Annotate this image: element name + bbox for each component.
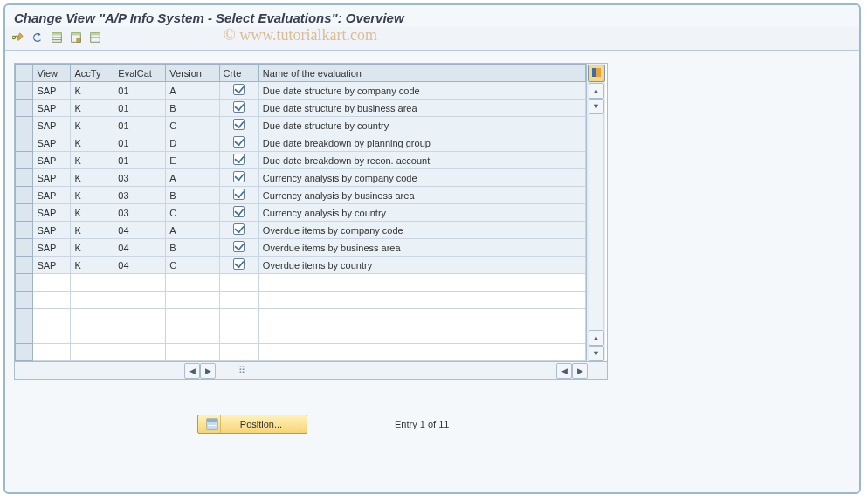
table-row[interactable]: SAP K 01 E Due date breakdown by recon. … (16, 152, 586, 169)
cell-version[interactable]: A (166, 169, 219, 187)
cell-evalcat[interactable]: 01 (114, 134, 166, 152)
checkbox-checked-icon[interactable] (233, 136, 245, 148)
cell-name[interactable]: Due date structure by business area (258, 100, 585, 117)
cell-evalcat[interactable]: 04 (114, 239, 166, 257)
cell-accty[interactable]: K (71, 82, 114, 100)
row-select-cell[interactable] (16, 326, 33, 344)
row-select-cell[interactable] (16, 274, 33, 292)
cell-name[interactable]: Overdue items by business area (258, 239, 585, 257)
col-name[interactable]: Name of the evaluation (258, 65, 585, 82)
cell-crte[interactable] (219, 239, 258, 257)
cell-evalcat[interactable]: 03 (114, 204, 166, 222)
table-row[interactable]: SAP K 04 A Overdue items by company code (16, 222, 586, 239)
cell-version[interactable]: C (166, 257, 219, 274)
row-select-cell[interactable] (16, 222, 33, 239)
cell-crte[interactable] (219, 169, 258, 187)
cell-version[interactable]: C (166, 117, 219, 134)
col-view[interactable]: View (33, 65, 71, 82)
scroll-left-button[interactable]: ◀ (184, 363, 200, 379)
cell-version[interactable]: B (166, 187, 219, 204)
cell-crte[interactable] (219, 204, 258, 222)
cell-crte[interactable] (219, 257, 258, 274)
cell-crte[interactable] (219, 134, 258, 152)
cell-version[interactable]: B (166, 239, 219, 257)
cell-view[interactable]: SAP (33, 222, 71, 239)
cell-accty[interactable]: K (71, 152, 114, 169)
row-select-cell[interactable] (16, 82, 33, 100)
table-row[interactable]: SAP K 03 B Currency analysis by business… (16, 187, 586, 204)
checkbox-checked-icon[interactable] (233, 189, 245, 200)
table-row[interactable]: SAP K 01 D Due date breakdown by plannin… (16, 134, 586, 152)
cell-crte[interactable] (219, 117, 258, 134)
cell-view[interactable]: SAP (33, 82, 71, 100)
scroll-up-button[interactable]: ▲ (589, 83, 604, 99)
edit-button[interactable] (10, 31, 26, 46)
table-row[interactable]: SAP K 04 B Overdue items by business are… (16, 239, 586, 257)
cell-name[interactable]: Overdue items by country (258, 257, 585, 274)
col-crte[interactable]: Crte (219, 65, 258, 82)
cell-crte[interactable] (219, 187, 258, 204)
cell-evalcat[interactable]: 01 (114, 100, 166, 117)
cell-version[interactable]: A (166, 222, 219, 239)
table-row[interactable]: SAP K 01 A Due date structure by company… (16, 82, 586, 100)
row-select-cell[interactable] (16, 239, 33, 257)
cell-version[interactable]: C (166, 204, 219, 222)
scroll-up-step-button[interactable]: ▲ (589, 330, 604, 346)
cell-view[interactable]: SAP (33, 169, 71, 187)
cell-accty[interactable]: K (71, 134, 114, 152)
cell-evalcat[interactable]: 01 (114, 152, 166, 169)
cell-view[interactable]: SAP (33, 257, 71, 274)
cell-evalcat[interactable]: 03 (114, 169, 166, 187)
cell-evalcat[interactable]: 01 (114, 82, 166, 100)
save-button[interactable] (68, 31, 84, 46)
cell-name[interactable]: Currency analysis by business area (258, 187, 585, 204)
cell-name[interactable]: Due date structure by country (258, 117, 585, 134)
cell-crte[interactable] (219, 100, 258, 117)
checkbox-checked-icon[interactable] (233, 223, 245, 235)
table-row[interactable]: SAP K 03 C Currency analysis by country (16, 204, 586, 222)
checkbox-checked-icon[interactable] (233, 206, 245, 217)
cell-view[interactable]: SAP (33, 239, 71, 257)
row-select-cell[interactable] (16, 204, 33, 222)
position-button[interactable]: Position... (197, 415, 307, 434)
cell-name[interactable]: Currency analysis by company code (258, 169, 585, 187)
col-accty[interactable]: AccTy (71, 65, 114, 82)
deselect-all-button[interactable] (87, 31, 103, 46)
row-select-cell[interactable] (16, 169, 33, 187)
cell-crte[interactable] (219, 222, 258, 239)
table-row[interactable]: SAP K 03 A Currency analysis by company … (16, 169, 586, 187)
row-select-cell[interactable] (16, 117, 33, 134)
checkbox-checked-icon[interactable] (233, 101, 245, 113)
row-select-cell[interactable] (16, 257, 33, 274)
scroll-right-button[interactable]: ▶ (572, 363, 588, 379)
cell-version[interactable]: D (166, 134, 219, 152)
cell-name[interactable]: Currency analysis by country (258, 204, 585, 222)
row-select-cell[interactable] (16, 292, 33, 309)
cell-accty[interactable]: K (71, 257, 114, 274)
cell-version[interactable]: E (166, 152, 219, 169)
cell-accty[interactable]: K (71, 222, 114, 239)
table-row[interactable]: SAP K 01 B Due date structure by busines… (16, 100, 586, 117)
cell-accty[interactable]: K (71, 169, 114, 187)
cell-evalcat[interactable]: 03 (114, 187, 166, 204)
cell-crte[interactable] (219, 152, 258, 169)
select-all-button[interactable] (49, 31, 65, 46)
row-select-cell[interactable] (16, 309, 33, 326)
cell-evalcat[interactable]: 04 (114, 257, 166, 274)
checkbox-checked-icon[interactable] (233, 171, 245, 182)
col-version[interactable]: Version (166, 65, 219, 82)
scroll-down-button[interactable]: ▼ (589, 346, 604, 361)
cell-view[interactable]: SAP (33, 204, 71, 222)
cell-view[interactable]: SAP (33, 100, 71, 117)
cell-accty[interactable]: K (71, 117, 114, 134)
row-select-cell[interactable] (16, 344, 33, 361)
col-select[interactable] (16, 65, 33, 82)
cell-view[interactable]: SAP (33, 152, 71, 169)
cell-accty[interactable]: K (71, 100, 114, 117)
cell-evalcat[interactable]: 01 (114, 117, 166, 134)
cell-accty[interactable]: K (71, 204, 114, 222)
scroll-track[interactable] (589, 114, 604, 330)
cell-view[interactable]: SAP (33, 187, 71, 204)
cell-name[interactable]: Due date structure by company code (258, 82, 585, 100)
checkbox-checked-icon[interactable] (233, 119, 245, 130)
